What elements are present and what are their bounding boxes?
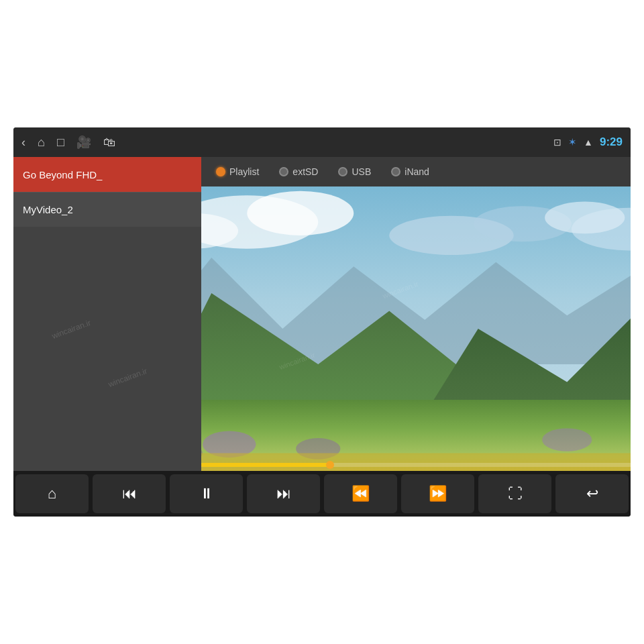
nav-icons: ‹ ⌂ □ 🎥 🛍 — [21, 135, 115, 150]
next-button[interactable]: ⏭ — [247, 474, 320, 513]
svg-point-2 — [247, 191, 354, 235]
svg-point-16 — [542, 428, 592, 451]
playlist-item-2-label: MyVideo_2 — [23, 204, 73, 215]
bluetooth-icon: ✶ — [568, 136, 577, 148]
tab-usb-label: USB — [352, 166, 371, 177]
next-icon: ⏭ — [276, 485, 291, 502]
recent-apps-button[interactable]: □ — [57, 136, 64, 150]
watermark-2: wincairan.ir — [107, 366, 148, 389]
home-ctrl-button[interactable]: ⌂ — [15, 474, 89, 513]
pause-icon: ⏸ — [199, 485, 214, 502]
bottom-controls: ⌂ ⏮ ⏸ ⏭ ⏪ ⏩ ⛶ ↩ — [13, 471, 631, 517]
tab-extsd-label: extSD — [292, 166, 318, 177]
home-ctrl-icon: ⌂ — [48, 485, 56, 502]
camera-button[interactable]: 🎥 — [76, 135, 91, 150]
fullscreen-button[interactable]: ⛶ — [478, 474, 551, 513]
video-frame — [201, 186, 631, 471]
pause-button[interactable]: ⏸ — [170, 474, 243, 513]
progress-bar[interactable] — [201, 463, 631, 467]
svg-point-7 — [545, 202, 625, 234]
cart-button[interactable]: 🛍 — [103, 136, 115, 150]
status-right: ⊡ ✶ ▲ 9:29 — [553, 136, 623, 149]
tab-dot-playlist — [216, 167, 225, 176]
forward-button[interactable]: ⏩ — [401, 474, 474, 513]
back-button[interactable]: ‹ — [21, 136, 25, 150]
progress-fill — [201, 463, 330, 467]
status-bar: ‹ ⌂ □ 🎥 🛍 ⊡ ✶ ▲ 9:29 — [13, 127, 631, 157]
tab-extsd[interactable]: extSD — [271, 164, 326, 180]
source-tabs: Playlist extSD USB iNand — [201, 157, 631, 186]
progress-thumb[interactable] — [326, 461, 334, 469]
forward-icon: ⏩ — [429, 485, 447, 502]
tab-usb[interactable]: USB — [330, 164, 379, 180]
tab-dot-extsd — [279, 167, 288, 176]
tab-inand[interactable]: iNand — [383, 164, 437, 180]
playlist-item-1-label: Go Beyond FHD_ — [23, 169, 102, 180]
cast-icon: ⊡ — [553, 137, 561, 148]
playlist-item-2[interactable]: MyVideo_2 — [13, 192, 201, 227]
wifi-icon: ▲ — [584, 137, 593, 148]
back-ctrl-button[interactable]: ↩ — [555, 474, 629, 513]
device-frame: ‹ ⌂ □ 🎥 🛍 ⊡ ✶ ▲ 9:29 Go Beyond FHD_ — [0, 0, 644, 644]
rewind-icon: ⏪ — [352, 485, 370, 502]
video-player[interactable]: wincairan.ir wincairan.ir — [201, 186, 631, 471]
clock: 9:29 — [600, 136, 623, 149]
playlist-item-1[interactable]: Go Beyond FHD_ — [13, 157, 201, 192]
tab-playlist-label: Playlist — [229, 166, 259, 177]
screen: ‹ ⌂ □ 🎥 🛍 ⊡ ✶ ▲ 9:29 Go Beyond FHD_ — [13, 127, 631, 517]
tab-dot-usb — [338, 167, 347, 176]
prev-icon: ⏮ — [122, 485, 137, 502]
main-content: Go Beyond FHD_ MyVideo_2 wincairan.ir wi… — [13, 157, 631, 471]
back-ctrl-icon: ↩ — [586, 485, 598, 502]
tab-inand-label: iNand — [405, 166, 429, 177]
tab-dot-inand — [391, 167, 400, 176]
rewind-button[interactable]: ⏪ — [324, 474, 397, 513]
prev-button[interactable]: ⏮ — [93, 474, 166, 513]
svg-rect-17 — [201, 453, 631, 472]
playlist-panel: Go Beyond FHD_ MyVideo_2 wincairan.ir wi… — [13, 157, 201, 471]
fullscreen-icon: ⛶ — [508, 485, 523, 502]
home-button[interactable]: ⌂ — [38, 136, 45, 150]
tab-playlist[interactable]: Playlist — [208, 164, 267, 180]
watermark-1: wincairan.ir — [50, 318, 92, 341]
video-area: Playlist extSD USB iNand — [201, 157, 631, 471]
